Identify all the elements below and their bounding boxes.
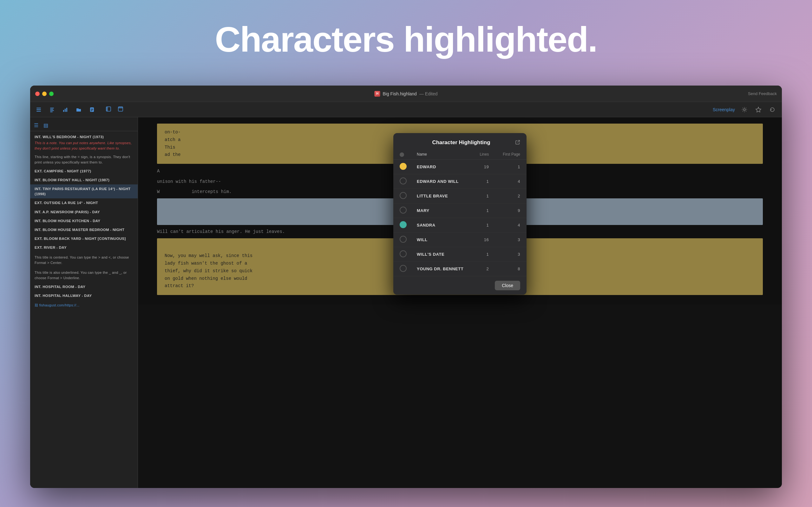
- list-item[interactable]: INT. WILL'S BEDROOM - NIGHT (1973) This …: [30, 132, 138, 152]
- refresh-button[interactable]: [768, 105, 777, 114]
- list-item[interactable]: INT. BLOOM HOUSE MASTER BEDROOM - NIGHT: [30, 225, 138, 234]
- table-row[interactable]: EDWARD AND WILL 1 4: [393, 174, 526, 188]
- table-row[interactable]: EDWARD 19 1: [393, 159, 526, 174]
- file-icon: H: [374, 91, 380, 97]
- app-window: H Big Fish.highland — Edited Send Feedba…: [30, 86, 782, 488]
- svg-rect-12: [91, 110, 93, 110]
- char-name: WILL'S DATE: [410, 247, 472, 262]
- char-lines: 19: [472, 159, 495, 174]
- svg-rect-0: [37, 108, 41, 108]
- col-lines-header[interactable]: Lines: [472, 150, 495, 159]
- list-item[interactable]: INT. BLOOM HOUSE KITCHEN - DAY: [30, 216, 138, 225]
- close-button[interactable]: Close: [495, 281, 520, 290]
- table-row[interactable]: WILL'S DATE 1 3: [393, 247, 526, 262]
- char-lines: 2: [472, 262, 495, 276]
- char-indicator-cell: [393, 174, 410, 188]
- sidebar-list-icon[interactable]: ☰: [34, 122, 38, 128]
- list-icon[interactable]: [35, 106, 42, 113]
- scene-text: INT. WILL'S BEDROOM - NIGHT (1973): [35, 135, 104, 139]
- svg-rect-13: [91, 111, 92, 111]
- doc-icon[interactable]: [89, 106, 96, 113]
- char-lines: 1: [472, 218, 495, 232]
- editor-container: on-to- atch a This ad the A unison with …: [138, 117, 782, 488]
- sidebar-toolbar: ☰ ▤: [30, 120, 138, 131]
- settings-button[interactable]: [740, 105, 749, 114]
- scene-synopsis: This line, starting with the = sign, is …: [35, 154, 133, 165]
- scene-text: EXT. OUTSIDE LA RUE 14° - NIGHT: [35, 201, 98, 205]
- char-first-page: 9: [495, 203, 526, 218]
- list-item[interactable]: INT. A.P. NEWSROOM (PARIS) - DAY: [30, 208, 138, 216]
- svg-rect-15: [106, 107, 108, 111]
- scene-text: EXT. RIVER - DAY: [35, 245, 67, 249]
- star-button[interactable]: [754, 105, 763, 114]
- char-indicator-cell: [393, 262, 410, 276]
- list-item[interactable]: INT. HOSPITAL HALLWAY - DAY: [30, 291, 138, 300]
- col-firstpage-header[interactable]: First Page: [495, 150, 526, 159]
- scene-note: This is a note. You can put notes anywhe…: [35, 140, 133, 151]
- sidebar-toggle[interactable]: [106, 106, 111, 113]
- char-first-page: 3: [495, 232, 526, 247]
- list-item[interactable]: This title is centered. You can type the…: [30, 252, 138, 267]
- chart-icon[interactable]: [62, 106, 69, 113]
- list-item[interactable]: This title is also underlined. You can t…: [30, 267, 138, 282]
- list-item[interactable]: This line, starting with the = sign, is …: [30, 152, 138, 167]
- traffic-lights: [35, 92, 54, 96]
- svg-point-18: [744, 109, 745, 111]
- scene-text: EXT. BLOOM BACK YARD - NIGHT [CONTINUOUS…: [35, 237, 126, 240]
- toolbar: Screenplay: [30, 102, 782, 117]
- scene-text: INT. TINY PARIS RESTAURANT (LA RUE 14°) …: [35, 187, 131, 196]
- file-status: — Edited: [419, 91, 438, 96]
- modal-header: Character Highlighting: [393, 133, 526, 150]
- list-item[interactable]: EXT. OUTSIDE LA RUE 14° - NIGHT: [30, 199, 138, 207]
- screenplay-label: Screenplay: [713, 107, 735, 112]
- list-item[interactable]: INT. TINY PARIS RESTAURANT (LA RUE 14°) …: [30, 184, 138, 199]
- char-name: WILL: [410, 232, 472, 247]
- folder-icon[interactable]: [75, 106, 82, 113]
- panel-toggle[interactable]: [118, 106, 123, 113]
- hero-title: Characters highlighted.: [0, 19, 812, 60]
- sidebar-panel-icon[interactable]: ▤: [44, 122, 48, 128]
- char-name: MARY: [410, 203, 472, 218]
- table-row[interactable]: MARY 1 9: [393, 203, 526, 218]
- list-item[interactable]: EXT. RIVER - DAY: [30, 243, 138, 252]
- list-item[interactable]: EXT. BLOOM BACK YARD - NIGHT [CONTINUOUS…: [30, 234, 138, 243]
- title-bar-center: H Big Fish.highland — Edited: [374, 91, 438, 97]
- char-first-page: 2: [495, 188, 526, 203]
- send-feedback-button[interactable]: Send Feedback: [748, 91, 777, 96]
- char-first-page: 4: [495, 218, 526, 232]
- text-icon[interactable]: [49, 106, 55, 113]
- svg-rect-9: [66, 108, 67, 112]
- modal-overlay: Character Highlighting: [138, 117, 782, 488]
- char-name: EDWARD: [410, 159, 472, 174]
- svg-rect-5: [50, 110, 54, 111]
- col-name-header[interactable]: Name: [410, 150, 472, 159]
- svg-rect-17: [118, 107, 123, 108]
- svg-rect-6: [50, 112, 53, 112]
- list-item[interactable]: ⛓ fishaugust.com/https://...: [30, 300, 138, 309]
- close-button[interactable]: [35, 92, 40, 96]
- scene-text: INT. BLOOM FRONT HALL - NIGHT (1987): [35, 178, 109, 182]
- scene-text: INT. BLOOM HOUSE MASTER BEDROOM - NIGHT: [35, 228, 124, 232]
- list-item[interactable]: INT. HOSPITAL ROOM - DAY: [30, 282, 138, 291]
- svg-rect-8: [65, 109, 66, 112]
- svg-rect-4: [50, 109, 53, 110]
- table-row[interactable]: SANDRA 1 4: [393, 218, 526, 232]
- table-row[interactable]: WILL 16 3: [393, 232, 526, 247]
- external-link-icon[interactable]: [515, 140, 520, 146]
- list-item[interactable]: EXT. CAMPFIRE - NIGHT (1977): [30, 167, 138, 176]
- table-row[interactable]: YOUNG DR. BENNETT 2 8: [393, 262, 526, 276]
- char-first-page: 3: [495, 247, 526, 262]
- minimize-button[interactable]: [42, 92, 47, 96]
- modal-title: Character Highlighting: [407, 139, 515, 146]
- char-name: SANDRA: [410, 218, 472, 232]
- scene-text: EXT. CAMPFIRE - NIGHT (1977): [35, 169, 91, 173]
- char-indicator-cell: [393, 203, 410, 218]
- scene-link[interactable]: ⛓ fishaugust.com/https://...: [35, 303, 133, 308]
- char-name: LITTLE BRAVE: [410, 188, 472, 203]
- modal-footer: Close: [393, 276, 526, 295]
- maximize-button[interactable]: [49, 92, 54, 96]
- character-table: Name Lines First Page EDWARD 19 1 EDWARD…: [393, 150, 526, 276]
- table-row[interactable]: LITTLE BRAVE 1 2: [393, 188, 526, 203]
- char-indicator-cell: [393, 232, 410, 247]
- list-item[interactable]: INT. BLOOM FRONT HALL - NIGHT (1987): [30, 176, 138, 184]
